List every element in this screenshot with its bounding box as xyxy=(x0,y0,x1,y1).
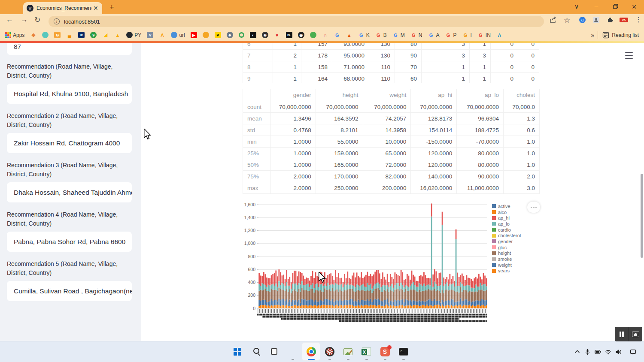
number-input-partial[interactable]: 87 xyxy=(7,43,132,55)
close-button[interactable]: × xyxy=(628,3,641,12)
recorder-pause-button[interactable] xyxy=(615,327,629,341)
recommendation-input-5[interactable]: Cumilla, Sulivan Road , Bagichagaon(ne xyxy=(7,281,132,301)
face-favicon[interactable]: ☻ xyxy=(227,32,233,38)
url-favicon[interactable]: url xyxy=(171,32,185,38)
google-m-favicon[interactable]: GM xyxy=(392,32,405,38)
bar-segment-height xyxy=(457,291,458,301)
bar-chart-favicon[interactable]: ▄ xyxy=(66,32,73,38)
task-view-button[interactable] xyxy=(265,342,283,361)
google-i-favicon[interactable]: GI xyxy=(462,32,471,38)
recommendation-input-3[interactable]: Dhaka Hossain, Shaheed Tajuddin Ahme xyxy=(7,182,132,202)
bar-segment-years xyxy=(294,305,295,308)
chrome-icon[interactable] xyxy=(302,342,320,361)
app-hamburger-menu[interactable] xyxy=(625,52,633,59)
heart-favicon[interactable]: ♥ xyxy=(274,32,280,38)
recommendation-input-1[interactable]: Hospital Rd, Khulna 9100, Bangladesh xyxy=(7,84,132,104)
recommendation-input-2[interactable]: Zakir Hossain Rd, Chattogram 4000 xyxy=(7,133,132,153)
apps-shortcut[interactable]: Apps xyxy=(5,32,24,38)
settings-wheel-icon[interactable] xyxy=(320,342,339,361)
bar-segment-weight xyxy=(395,300,396,306)
blue-m-favicon[interactable]: Λ xyxy=(496,32,503,38)
airtel-favicon[interactable]: ∩ xyxy=(322,32,328,38)
describe-table[interactable]: genderheightweightap_hiap_locholestcount… xyxy=(243,89,540,194)
nine-favicon[interactable]: 9 xyxy=(90,32,97,38)
restore-button[interactable] xyxy=(609,3,622,9)
extension-badge-icon[interactable]: OK xyxy=(620,18,628,22)
battery-icon[interactable] xyxy=(595,349,601,355)
minimize-button[interactable]: – xyxy=(590,3,603,10)
volume-icon[interactable] xyxy=(615,349,622,355)
bar-segment-ap_lo xyxy=(442,225,443,290)
tray-expand-icon[interactable] xyxy=(574,349,580,355)
godaddy-favicon[interactable] xyxy=(42,32,49,38)
browser-tab[interactable]: ♕ Economics_Recommender · Strea ✕ xyxy=(23,2,102,14)
p-yellow-favicon[interactable]: P xyxy=(215,32,221,38)
matlab-favicon[interactable]: ▲ xyxy=(346,32,352,38)
snagit-icon[interactable]: S xyxy=(376,342,394,361)
terminal-icon[interactable] xyxy=(394,342,413,361)
analytics-favicon[interactable]: ▲ xyxy=(114,32,121,38)
back-icon[interactable]: ← xyxy=(6,15,13,24)
chart-options-menu[interactable] xyxy=(527,202,540,213)
google-a-favicon[interactable]: GA xyxy=(428,32,439,38)
tab-search-chevron-icon[interactable]: ∨ xyxy=(570,3,583,10)
excel-icon[interactable] xyxy=(357,342,376,361)
green-ring-favicon[interactable] xyxy=(239,32,244,38)
bar-segment-ap_hi xyxy=(457,273,458,286)
url-bar[interactable]: i localhost:8501 xyxy=(49,16,544,27)
page-scrollbar[interactable] xyxy=(641,174,643,258)
reload-icon[interactable]: ↻ xyxy=(34,15,40,24)
tab-close-icon[interactable]: ✕ xyxy=(93,5,98,12)
notification-icon[interactable] xyxy=(630,349,636,355)
bar-segment-ap_lo xyxy=(425,287,426,290)
google-n-favicon[interactable]: GN xyxy=(410,32,422,38)
google-ads-favicon[interactable]: ◢ xyxy=(102,32,109,38)
bookmark-star-icon[interactable]: ☆ xyxy=(564,16,570,25)
recorder-snapshot-button[interactable] xyxy=(629,327,643,341)
bar-segment-height xyxy=(395,290,396,300)
shield-favicon[interactable]: V xyxy=(147,32,153,38)
site-info-icon[interactable]: i xyxy=(54,18,60,24)
youtube-favicon[interactable]: ▶ xyxy=(191,32,197,38)
google-p-favicon[interactable]: GP xyxy=(445,32,456,38)
bookmarks-overflow-icon[interactable]: » xyxy=(591,32,595,39)
new-tab-button[interactable]: + xyxy=(109,3,114,12)
microphone-icon[interactable] xyxy=(584,349,591,355)
recommendation-input-4[interactable]: Pabna, Pabna Sohor Rd, Pabna 6600 xyxy=(7,232,132,252)
search-button[interactable] xyxy=(246,342,265,361)
image-editor-icon[interactable] xyxy=(339,342,357,361)
extensions-puzzle-icon[interactable] xyxy=(607,16,614,25)
pma-favicon[interactable]: Λ xyxy=(159,32,165,38)
google-k-favicon[interactable]: GK xyxy=(358,32,370,38)
start-button[interactable] xyxy=(228,342,246,361)
green-multi-favicon[interactable] xyxy=(310,32,316,38)
reading-list-button[interactable]: Reading list xyxy=(602,32,639,39)
ieee-favicon[interactable]: IE xyxy=(78,32,85,38)
bar-segment-weight xyxy=(446,301,447,305)
extension-person-icon[interactable] xyxy=(593,17,599,23)
dataframe-preview[interactable]: 6115793.00001308031007217895.00001309033… xyxy=(243,42,540,83)
browser-menu-icon[interactable]: ⋮ xyxy=(635,15,642,24)
file-explorer-icon[interactable] xyxy=(283,342,302,361)
wifi-icon[interactable] xyxy=(605,349,611,355)
extension-a-icon[interactable]: a xyxy=(579,17,586,23)
orange-blob-favicon[interactable] xyxy=(203,32,209,38)
bar-segment-ap_hi xyxy=(411,271,413,284)
share-icon[interactable] xyxy=(550,16,557,25)
orange-g-favicon[interactable]: G xyxy=(54,32,61,38)
bar-segment-years xyxy=(265,305,266,308)
globe-favicon[interactable]: ⊕ xyxy=(262,32,268,38)
forward-icon[interactable]: → xyxy=(21,15,28,24)
bar-segment-ap_hi xyxy=(443,278,444,286)
dark-globe-favicon[interactable]: ◉ xyxy=(298,32,304,38)
google-in-favicon[interactable]: GIN xyxy=(477,32,491,38)
diamond-favicon[interactable]: ◆ xyxy=(30,32,36,38)
bar-segment-weight xyxy=(416,302,417,305)
google-b-favicon[interactable]: GB xyxy=(375,32,387,38)
bar-segment-height xyxy=(440,293,441,303)
github-favicon[interactable]: PY xyxy=(126,32,141,38)
dl-favicon[interactable]: DL xyxy=(286,32,292,38)
google-favicon[interactable]: G xyxy=(334,32,340,38)
bw-split-favicon[interactable]: ◐ xyxy=(250,32,256,38)
bar-segment-ap_hi xyxy=(343,282,344,287)
